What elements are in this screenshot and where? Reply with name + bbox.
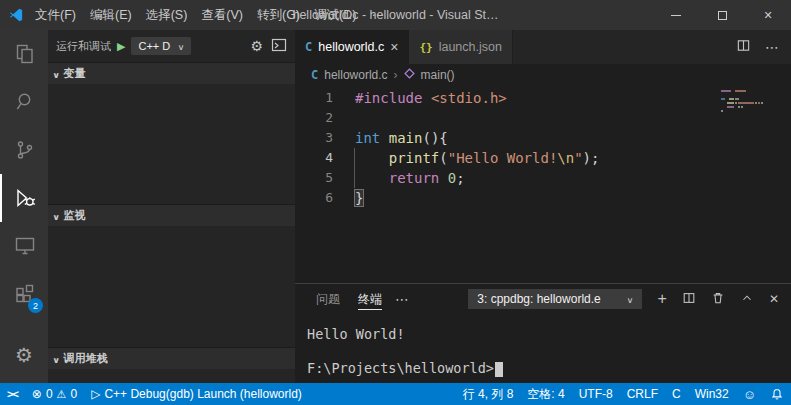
editor-tab-bar: C helloworld.c {} launch.json [295,30,791,64]
tab-close-icon[interactable] [390,39,398,55]
code-editor[interactable]: 1 #include <stdio.h> 2 3 int main(){ 4 p… [295,86,791,283]
line-number[interactable]: 6 [295,188,333,208]
minimap[interactable] [721,90,779,114]
launch-config-dropdown[interactable]: C++ D [131,37,191,55]
indent-guide [354,148,355,188]
activity-extensions-icon[interactable]: 2 [0,270,48,318]
watch-body [48,226,295,347]
line-number[interactable]: 5 [295,168,333,188]
window-title: helloworld.c - helloworld - Visual St… [292,8,498,22]
tab-helloworld-c[interactable]: C helloworld.c [295,30,409,64]
close-button[interactable] [745,0,791,30]
section-call-stack[interactable]: 调用堆栈 [48,347,295,369]
code-token [422,90,430,106]
eol-status[interactable]: CRLF [620,383,665,405]
settings-gear-icon[interactable] [15,335,33,375]
debug-launch-status[interactable]: C++ Debug(gdb) Launch (helloworld) [84,383,309,405]
activity-bar: 2 [0,30,48,383]
breadcrumb: C helloworld.c main() [295,64,791,86]
close-panel-icon[interactable] [769,292,779,306]
tab-launch-json[interactable]: {} launch.json [409,30,513,64]
extensions-badge: 2 [28,298,43,313]
code-line[interactable]: 1 #include <stdio.h> [295,88,791,108]
warning-icon [57,387,67,401]
symbol-method-icon [404,68,415,82]
terminal-picker-dropdown[interactable]: 3: cppdbg: helloworld.e [468,289,641,309]
debug-console-icon[interactable] [271,37,287,56]
new-terminal-icon[interactable] [658,291,667,307]
code-token: int [355,130,380,146]
breadcrumb-file[interactable]: helloworld.c [324,68,387,82]
minimize-button[interactable] [653,0,699,30]
problems-status[interactable]: 0 0 [25,383,84,405]
maximize-button[interactable] [699,0,745,30]
menu-file[interactable]: 文件(F) [28,0,83,30]
menu-view[interactable]: 查看(V) [194,0,250,30]
remote-indicator[interactable]: >< [0,383,25,405]
language-mode-status[interactable]: C [665,383,688,405]
code-line[interactable]: 4 printf("Hello World!\n"); [295,148,791,168]
terminal[interactable]: Hello World! F:\Projects\helloworld> [295,314,791,383]
panel-more-icon[interactable] [395,291,409,307]
tab-label: helloworld.c [318,40,384,54]
activity-remote-explorer-icon[interactable] [0,222,48,270]
kill-terminal-trash-icon[interactable] [711,291,725,308]
editor-actions [724,30,791,64]
start-debug-icon[interactable] [117,39,125,53]
split-editor-icon[interactable] [736,38,751,56]
c-file-icon: C [311,68,318,82]
activity-explorer-icon[interactable] [0,30,48,78]
section-watch[interactable]: 监视 [48,204,295,226]
section-variables[interactable]: 变量 [48,62,295,84]
line-number[interactable]: 3 [295,128,333,148]
menu-selection[interactable]: 选择(S) [139,0,195,30]
maximize-panel-chevron-icon[interactable] [740,291,754,308]
code-token [355,170,389,186]
line-number[interactable]: 2 [295,108,333,128]
window-controls [653,0,791,30]
line-number[interactable]: 1 [295,88,333,108]
sidebar-title: 运行和调试 [56,39,111,54]
code-text: int main(){ [355,128,448,148]
encoding-status[interactable]: UTF-8 [572,383,620,405]
code-token: #include [355,90,422,106]
code-token [380,130,388,146]
tab-terminal[interactable]: 终端 [349,284,391,314]
activity-run-debug-icon[interactable] [0,174,48,222]
configure-gear-icon[interactable] [250,38,263,54]
code-token: main [389,130,423,146]
chevron-down-icon [53,210,60,222]
code-token [355,150,389,166]
terminal-prompt-line: F:\Projects\helloworld> [307,360,791,377]
line-number-active[interactable]: 4 [295,148,333,168]
terminal-picker-label: 3: cppdbg: helloworld.e [477,292,600,306]
code-line[interactable]: 2 [295,108,791,128]
code-token: <stdio.h> [431,90,507,106]
code-token: ); [583,150,600,166]
notifications-bell-icon[interactable] [763,383,791,405]
activity-search-icon[interactable] [0,78,48,126]
json-file-icon: {} [419,41,432,54]
indentation-status[interactable]: 空格: 4 [520,383,571,405]
feedback-icon[interactable] [736,383,763,405]
code-line[interactable]: 3 int main(){ [295,128,791,148]
split-terminal-icon[interactable] [682,291,696,308]
minimize-icon [671,15,681,16]
error-icon [32,387,42,401]
more-actions-icon[interactable] [765,39,779,55]
breadcrumb-symbol[interactable]: main() [421,68,455,82]
platform-status[interactable]: Win32 [688,383,736,405]
code-token: "Hello World! [448,150,558,166]
code-token: ; [456,170,464,186]
tab-problems[interactable]: 问题 [307,284,349,314]
variables-body [48,84,295,204]
title-bar: 文件(F) 编辑(E) 选择(S) 查看(V) 转到(G) 调试(D) hell… [0,0,791,30]
cursor-position-status[interactable]: 行 4, 列 8 [456,383,521,405]
activity-source-control-icon[interactable] [0,126,48,174]
code-line[interactable]: 6 } [295,188,791,208]
code-line[interactable]: 5 return 0; [295,168,791,188]
menu-edit[interactable]: 编辑(E) [83,0,139,30]
terminal-output-line: Hello World! [307,326,791,343]
warning-count: 0 [70,387,77,401]
vscode-window: 文件(F) 编辑(E) 选择(S) 查看(V) 转到(G) 调试(D) hell… [0,0,791,405]
